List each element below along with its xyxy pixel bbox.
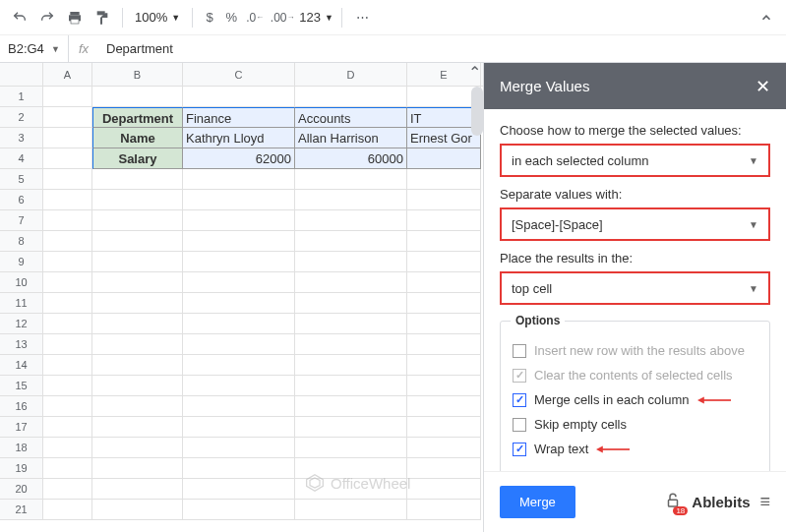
- cell[interactable]: [43, 293, 92, 314]
- cell[interactable]: [92, 417, 183, 438]
- cell[interactable]: [43, 148, 92, 169]
- row-header[interactable]: 15: [0, 376, 43, 396]
- cell[interactable]: [183, 293, 295, 314]
- cell[interactable]: [407, 252, 481, 272]
- cell[interactable]: [407, 376, 481, 396]
- row-header[interactable]: 13: [0, 334, 43, 355]
- cell[interactable]: [92, 438, 183, 458]
- hamburger-icon[interactable]: ≡: [759, 492, 770, 512]
- cell[interactable]: [183, 231, 295, 252]
- row-header[interactable]: 7: [0, 210, 43, 231]
- cell[interactable]: [92, 479, 183, 500]
- cell[interactable]: [183, 314, 295, 334]
- cell[interactable]: [43, 334, 92, 355]
- option-wrap-text[interactable]: Wrap text: [513, 442, 757, 456]
- cell[interactable]: [183, 396, 295, 417]
- cell[interactable]: [295, 438, 407, 458]
- cell[interactable]: [92, 210, 183, 231]
- cell[interactable]: Ernest Gor: [407, 128, 481, 148]
- cell[interactable]: [183, 458, 295, 479]
- cell[interactable]: [407, 293, 481, 314]
- cell[interactable]: [183, 500, 295, 520]
- spreadsheet-grid[interactable]: A B C D E 12DepartmentFinanceAccountsIT3…: [0, 63, 483, 532]
- row-header[interactable]: 1: [0, 87, 43, 107]
- cell[interactable]: [407, 87, 481, 107]
- row-header[interactable]: 9: [0, 252, 43, 272]
- col-header[interactable]: C: [183, 63, 295, 86]
- checkbox-checked[interactable]: [513, 393, 526, 407]
- collapse-up-icon[interactable]: [755, 6, 778, 30]
- cell[interactable]: Kathryn Lloyd: [183, 128, 295, 148]
- zoom-dropdown[interactable]: 100%▼: [131, 10, 184, 25]
- cell[interactable]: [183, 376, 295, 396]
- cell[interactable]: [92, 376, 183, 396]
- cell[interactable]: [295, 500, 407, 520]
- cell[interactable]: [407, 169, 481, 190]
- row-header[interactable]: 4: [0, 148, 43, 169]
- separator-select[interactable]: [Space]-[Space]▼: [500, 207, 770, 241]
- cell[interactable]: [295, 396, 407, 417]
- merge-method-select[interactable]: in each selected column▼: [500, 144, 770, 177]
- cell[interactable]: [183, 417, 295, 438]
- cell[interactable]: [43, 376, 92, 396]
- currency-icon[interactable]: $: [201, 6, 218, 30]
- cell[interactable]: Department: [92, 107, 183, 128]
- cell[interactable]: [183, 438, 295, 458]
- row-header[interactable]: 17: [0, 417, 43, 438]
- row-header[interactable]: 18: [0, 438, 43, 458]
- decrease-decimal-icon[interactable]: .0←: [244, 6, 266, 30]
- cell[interactable]: 60000: [295, 148, 407, 169]
- option-merge-cells[interactable]: Merge cells in each column: [513, 392, 757, 407]
- row-header[interactable]: 14: [0, 355, 43, 376]
- cell[interactable]: [183, 169, 295, 190]
- cell[interactable]: [43, 479, 92, 500]
- cell[interactable]: [407, 272, 481, 293]
- cell[interactable]: IT: [407, 107, 481, 128]
- row-header[interactable]: 3: [0, 128, 43, 148]
- row-header[interactable]: 19: [0, 458, 43, 479]
- cell[interactable]: Finance: [183, 107, 295, 128]
- cell[interactable]: [92, 500, 183, 520]
- cell[interactable]: [43, 252, 92, 272]
- cell[interactable]: [295, 293, 407, 314]
- checkbox-unchecked[interactable]: [513, 418, 526, 432]
- cell[interactable]: [43, 210, 92, 231]
- cell[interactable]: [295, 169, 407, 190]
- cell[interactable]: [295, 417, 407, 438]
- cell[interactable]: [92, 190, 183, 210]
- cell[interactable]: [92, 314, 183, 334]
- cell[interactable]: [43, 231, 92, 252]
- cell[interactable]: [92, 334, 183, 355]
- cell[interactable]: Name: [92, 128, 183, 148]
- cell[interactable]: [43, 355, 92, 376]
- row-header[interactable]: 5: [0, 169, 43, 190]
- lock-badge-icon[interactable]: 18: [664, 492, 682, 512]
- cell[interactable]: [183, 190, 295, 210]
- cell[interactable]: [43, 396, 92, 417]
- cell[interactable]: [407, 479, 481, 500]
- cell[interactable]: [407, 500, 481, 520]
- more-formats-dropdown[interactable]: 123▼: [299, 10, 333, 25]
- col-header[interactable]: D: [295, 63, 407, 86]
- cell[interactable]: [295, 272, 407, 293]
- cell[interactable]: [92, 169, 183, 190]
- cell[interactable]: [43, 272, 92, 293]
- row-header[interactable]: 21: [0, 500, 43, 520]
- undo-icon[interactable]: [8, 6, 31, 30]
- row-header[interactable]: 16: [0, 396, 43, 417]
- row-header[interactable]: 12: [0, 314, 43, 334]
- cell[interactable]: [407, 355, 481, 376]
- cell[interactable]: [183, 87, 295, 107]
- cell[interactable]: [407, 417, 481, 438]
- cell[interactable]: [43, 500, 92, 520]
- cell[interactable]: [92, 87, 183, 107]
- cell[interactable]: [92, 396, 183, 417]
- cell[interactable]: [407, 438, 481, 458]
- cell[interactable]: [295, 334, 407, 355]
- cell[interactable]: Allan Harrison: [295, 128, 407, 148]
- percent-icon[interactable]: %: [222, 6, 240, 30]
- cell[interactable]: [295, 252, 407, 272]
- redo-icon[interactable]: [35, 6, 59, 30]
- cell[interactable]: [92, 272, 183, 293]
- row-header[interactable]: 10: [0, 272, 43, 293]
